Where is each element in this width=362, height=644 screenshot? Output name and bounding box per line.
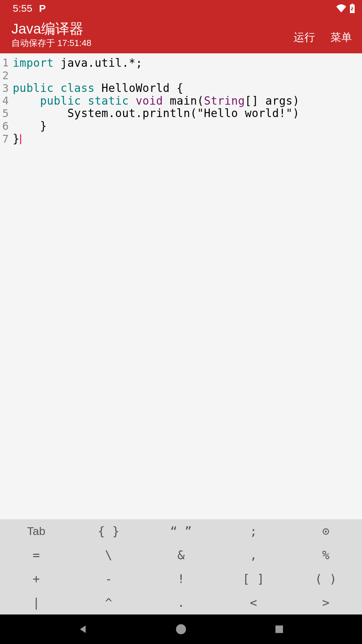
symbol-key-17[interactable]: . <box>145 591 217 614</box>
symbol-key-1[interactable]: { } <box>72 519 145 543</box>
code-line[interactable]: } <box>13 132 362 145</box>
line-number: 6 <box>0 120 9 133</box>
symbol-key-9[interactable]: % <box>290 543 362 567</box>
line-number: 2 <box>0 69 9 82</box>
line-number: 1 <box>0 57 9 69</box>
app-subtitle: 自动保存于 17:51:48 <box>11 37 91 49</box>
text-cursor <box>20 134 21 144</box>
code-content[interactable]: import java.util.*; public class HelloWo… <box>10 53 362 519</box>
symbol-toolbar: Tab{ }“ ”;⊙=\&,%+-![ ]( )|^.<> <box>0 519 362 614</box>
symbol-key-7[interactable]: & <box>145 543 217 567</box>
line-number: 7 <box>0 133 9 146</box>
symbol-key-13[interactable]: [ ] <box>217 567 290 591</box>
status-left: 5:55 P <box>13 3 46 14</box>
navigation-bar <box>0 614 362 644</box>
symbol-key-8[interactable]: , <box>217 543 290 567</box>
svg-point-0 <box>176 624 186 634</box>
code-line[interactable]: import java.util.*; <box>13 57 362 69</box>
status-time: 5:55 <box>13 3 32 14</box>
code-line[interactable] <box>13 69 362 82</box>
app-bar-actions: 运行 菜单 <box>294 30 352 45</box>
app-title: Java编译器 <box>11 21 91 37</box>
symbol-key-5[interactable]: = <box>0 543 72 567</box>
symbol-key-12[interactable]: ! <box>145 567 217 591</box>
app-bar-left: Java编译器 自动保存于 17:51:48 <box>11 21 91 49</box>
code-line[interactable]: } <box>13 120 362 132</box>
run-button[interactable]: 运行 <box>294 30 315 45</box>
code-editor[interactable]: 1234567 import java.util.*; public class… <box>0 53 362 519</box>
home-button[interactable] <box>174 622 188 637</box>
code-line[interactable]: public class HelloWorld { <box>13 82 362 95</box>
status-bar: 5:55 P <box>0 0 362 17</box>
line-number-gutter: 1234567 <box>0 53 10 519</box>
app-bar: Java编译器 自动保存于 17:51:48 运行 菜单 <box>0 17 362 53</box>
menu-button[interactable]: 菜单 <box>330 30 352 45</box>
status-right <box>336 4 355 13</box>
symbol-key-2[interactable]: “ ” <box>145 519 217 543</box>
symbol-key-19[interactable]: > <box>290 591 362 614</box>
symbol-key-18[interactable]: < <box>217 591 290 614</box>
line-number: 4 <box>0 95 9 107</box>
symbol-key-14[interactable]: ( ) <box>290 567 362 591</box>
code-line[interactable]: System.out.println("Hello world!") <box>13 107 362 120</box>
symbol-key-15[interactable]: | <box>0 591 72 614</box>
battery-charging-icon <box>349 4 355 13</box>
svg-rect-1 <box>276 626 283 633</box>
symbol-key-0[interactable]: Tab <box>0 519 72 543</box>
symbol-key-3[interactable]: ; <box>217 519 290 543</box>
wifi-icon <box>336 4 347 12</box>
recent-button[interactable] <box>272 622 287 637</box>
line-number: 5 <box>0 107 9 120</box>
status-app-indicator: P <box>39 3 46 14</box>
line-number: 3 <box>0 82 9 95</box>
symbol-key-10[interactable]: + <box>0 567 72 591</box>
symbol-key-11[interactable]: - <box>72 567 145 591</box>
symbol-key-6[interactable]: \ <box>72 543 145 567</box>
symbol-key-4[interactable]: ⊙ <box>290 519 362 543</box>
code-line[interactable]: public static void main(String[] args) <box>13 95 362 107</box>
symbol-key-16[interactable]: ^ <box>72 591 145 614</box>
back-button[interactable] <box>75 622 90 637</box>
